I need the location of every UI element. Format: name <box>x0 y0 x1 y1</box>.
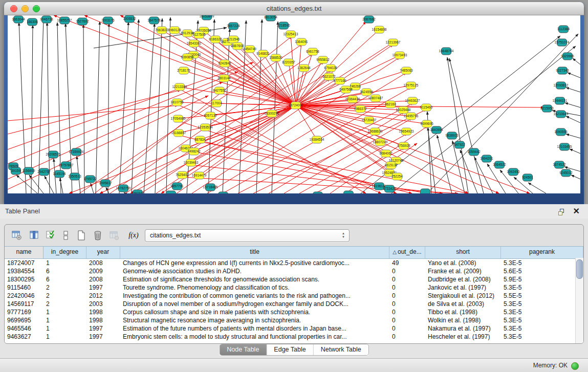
table-cell[interactable]: 0 <box>389 275 425 283</box>
column-header-pagerank[interactable]: pagerank <box>501 247 583 258</box>
graph-node[interactable]: 8220357 <box>282 59 295 66</box>
column-header-short[interactable]: short <box>425 247 501 258</box>
select-all-check-icon[interactable] <box>45 229 57 242</box>
table-scrollbar-thumb[interactable] <box>576 259 583 279</box>
graph-node[interactable]: 6794028 <box>324 64 337 72</box>
table-cell[interactable]: 18724007 <box>5 259 43 267</box>
table-cell[interactable]: 0 <box>389 300 425 308</box>
table-cell[interactable]: 1997 <box>86 333 120 341</box>
graph-node[interactable]: 9777169 <box>333 77 346 84</box>
graph-node[interactable]: 16154808 <box>372 26 387 33</box>
graph-node[interactable]: 12975125 <box>404 82 419 89</box>
graph-node[interactable]: 9242848 <box>218 60 231 67</box>
table-cell[interactable]: 1997 <box>86 283 120 292</box>
table-cell[interactable]: 2008 <box>86 275 120 283</box>
graph-node[interactable]: 1145194 <box>53 170 66 178</box>
graph-node[interactable]: 2942757 <box>37 168 51 176</box>
graph-node[interactable]: 924501 <box>522 174 533 181</box>
table-cell[interactable]: 5.3E-5 <box>501 308 576 316</box>
table-cell[interactable]: Hescheler et al. (1997) <box>425 333 501 341</box>
graph-node[interactable]: 1362644 <box>297 64 311 72</box>
graph-node[interactable]: 18807249 <box>373 139 388 146</box>
graph-node[interactable]: 17054985 <box>171 115 186 122</box>
graph-node[interactable]: 1810755 <box>170 99 184 106</box>
graph-node[interactable]: 1292344 <box>131 190 144 193</box>
graph-node[interactable]: 9146821 <box>256 50 270 57</box>
table-row[interactable]: 2242004622012Investigating the contribut… <box>5 292 576 300</box>
graph-node[interactable]: 6497568 <box>339 86 353 93</box>
graph-node[interactable]: 9329966 <box>561 53 574 60</box>
table-row[interactable]: 1456911722003Disruption of a novel membe… <box>5 300 576 308</box>
table-cell[interactable]: 1 <box>43 308 86 316</box>
graph-node[interactable] <box>219 192 228 193</box>
table-cell[interactable]: Franke et al. (2009) <box>425 267 501 275</box>
graph-node[interactable]: 7663822 <box>155 27 168 34</box>
table-cell[interactable]: 5.3E-5 <box>501 316 576 324</box>
create-table-icon[interactable] <box>75 229 88 242</box>
row-selector-icon[interactable] <box>60 229 72 242</box>
table-cell[interactable]: 9465546 <box>5 324 43 333</box>
graph-node[interactable]: 16914479 <box>192 172 207 179</box>
graph-node[interactable]: 9046738 <box>40 16 53 23</box>
graph-node[interactable]: 1364091 <box>295 38 308 46</box>
table-cell[interactable]: 22420046 <box>5 292 43 300</box>
graph-node[interactable]: 3624554 <box>360 89 373 96</box>
table-row[interactable]: 1938455462009Genome-wide association stu… <box>5 267 576 275</box>
table-cell[interactable]: 9463627 <box>5 333 43 341</box>
graph-node[interactable]: 1847578 <box>147 17 161 24</box>
table-selector-dropdown[interactable]: citations_edges.txt ▲▼ <box>145 229 350 242</box>
graph-node[interactable]: 1090558 <box>554 128 568 136</box>
graph-node[interactable]: 2867608 <box>231 42 244 50</box>
table-cell[interactable]: 49 <box>389 259 425 267</box>
table-row[interactable]: 946554611997Estimation of the future num… <box>5 324 576 333</box>
graph-node[interactable]: 7625402 <box>176 171 189 179</box>
graph-node[interactable]: 16210643 <box>554 111 569 118</box>
table-cell[interactable]: 1997 <box>86 324 120 333</box>
graph-node[interactable]: 8186328 <box>209 36 222 43</box>
table-cell[interactable]: Changes of HCN gene expression and I(f) … <box>120 259 389 267</box>
graph-node[interactable]: 2003176 <box>101 17 115 24</box>
column-header-name[interactable]: name <box>5 247 43 258</box>
graph-node[interactable]: 12325413 <box>284 31 298 38</box>
graph-node[interactable]: 1674522 <box>553 161 566 168</box>
graph-node[interactable]: 8454749 <box>243 46 256 53</box>
table-cell[interactable]: 6 <box>43 267 86 275</box>
tab-node-table[interactable]: Node Table <box>220 344 267 355</box>
table-cell[interactable]: 18300295 <box>5 275 43 283</box>
graph-node[interactable]: 12093832 <box>554 82 569 89</box>
table-scrollbar[interactable] <box>575 258 583 343</box>
graph-node[interactable]: 9127505 <box>192 31 206 38</box>
table-cell[interactable]: 2 <box>43 283 86 292</box>
graph-node[interactable]: 15751074 <box>555 39 570 46</box>
window-titlebar[interactable]: citations_edges.txt <box>4 2 584 15</box>
graph-node[interactable]: 166306 <box>27 18 38 26</box>
graph-node[interactable]: 8427552 <box>213 87 226 94</box>
graph-node[interactable]: 15166857 <box>171 129 186 137</box>
table-cell[interactable]: Structural magnetic resonance image aver… <box>120 316 389 324</box>
table-cell[interactable]: Genome-wide association studies in ADHD. <box>120 267 389 275</box>
close-panel-icon[interactable]: ✕ <box>573 206 580 216</box>
graph-node[interactable]: 1350513 <box>68 173 81 180</box>
graph-node[interactable]: 10807487 <box>368 95 383 102</box>
table-cell[interactable]: 0 <box>389 333 425 341</box>
table-cell[interactable]: Embryonic stem cells: a model to study s… <box>120 333 389 341</box>
table-cell[interactable]: 0 <box>389 267 425 275</box>
table-row[interactable]: 977716911998Corpus callosum shape and si… <box>5 308 576 316</box>
table-cell[interactable]: Corpus callosum shape and size in male p… <box>120 308 389 316</box>
table-cell[interactable]: 6 <box>43 275 86 283</box>
graph-node[interactable]: 1064522 <box>493 161 506 168</box>
graph-node[interactable]: 2218596 <box>277 22 290 29</box>
table-cell[interactable]: 2008 <box>86 259 120 267</box>
graph-node[interactable]: 9245012 <box>559 169 573 177</box>
graph-node[interactable]: 16053809 <box>200 15 214 20</box>
table-cell[interactable]: 9115460 <box>5 283 43 292</box>
table-row[interactable]: 1872400712008Changes of HCN gene express… <box>5 259 576 267</box>
graph-node[interactable]: 8813054 <box>264 15 277 21</box>
graph-node[interactable]: 15720407 <box>362 117 377 124</box>
graph-node[interactable]: 2087682 <box>362 16 376 23</box>
graph-node[interactable]: 7485063 <box>400 67 413 74</box>
graph-node[interactable]: 16543382 <box>187 40 202 47</box>
table-cell[interactable]: 5.3E-5 <box>501 283 576 292</box>
graph-node[interactable]: 1005532 <box>123 15 136 23</box>
table-cell[interactable]: Stergiakouli et al. (2012) <box>425 292 501 300</box>
